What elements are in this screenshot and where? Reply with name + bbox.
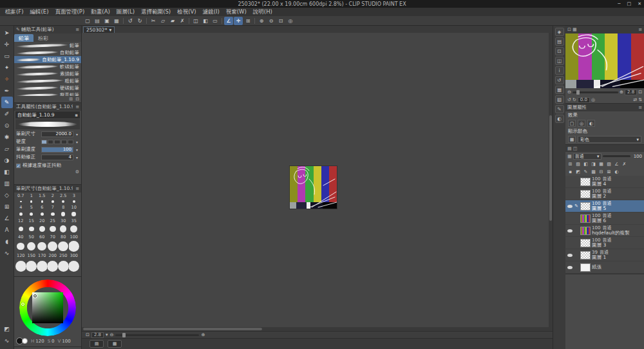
navigator-zoom-slider[interactable] — [573, 91, 618, 93]
menu-item[interactable]: 動畫(A) — [88, 8, 113, 16]
vertical-scrollbar-thumb[interactable] — [549, 115, 552, 222]
brush-size-option[interactable]: 25 — [48, 218, 59, 234]
zoom-in-icon[interactable]: ⊕ — [201, 332, 205, 337]
tool-button[interactable]: ◧ — [1, 166, 13, 178]
tool-button[interactable]: ∿ — [1, 335, 13, 346]
toolbar-button[interactable] — [220, 17, 223, 25]
brush-size-option[interactable]: 35 — [69, 218, 80, 234]
vertical-scrollbar[interactable] — [549, 33, 553, 327]
brush-size-option[interactable]: 1 — [26, 193, 37, 205]
delete-sub-tool-icon[interactable]: ⊟ — [75, 97, 79, 102]
brush-size-option[interactable]: 150 — [26, 253, 37, 274]
brush-size-option[interactable]: 12 — [15, 218, 26, 234]
spinner-icon[interactable]: ▾ — [75, 147, 79, 152]
brush-size-option[interactable]: 30 — [58, 218, 69, 234]
checkbox-checked[interactable]: ✓ — [16, 164, 21, 168]
layer-toolbar-icon[interactable]: ▨ — [605, 161, 612, 168]
toolbar-button[interactable]: ⊖ — [267, 17, 276, 25]
zoom-value[interactable]: 2.8 — [91, 332, 104, 338]
flip-horizontal-icon[interactable]: ⇄ — [633, 97, 637, 102]
toolbar-button[interactable]: ▣ — [102, 17, 111, 25]
menu-item[interactable]: 選擇範圍(S) — [138, 8, 174, 16]
layer-row[interactable]: 紙張 — [565, 261, 644, 274]
zoom-slider[interactable] — [115, 334, 199, 336]
reset-rotation-icon[interactable]: ◎ — [591, 97, 595, 102]
menu-item[interactable]: 說明(H) — [250, 8, 276, 16]
toolbar-button[interactable]: ▱ — [158, 17, 167, 25]
brush-size-option[interactable]: 40 — [15, 234, 26, 253]
layer-row[interactable]: 100 普通 圖層 2 — [565, 188, 644, 200]
menu-item[interactable]: 檔案(F) — [2, 8, 27, 16]
brush-item[interactable]: 自動鉛筆 — [14, 49, 81, 56]
layer-toolbar-icon[interactable]: ⊞ — [567, 161, 574, 168]
layer-toolbar-icon[interactable]: ◧ — [582, 161, 589, 168]
layer-toolbar-icon[interactable]: ▪ — [567, 169, 574, 176]
toolbar-button[interactable] — [253, 17, 256, 25]
layer-toolbar-icon[interactable]: ◩ — [574, 169, 582, 176]
tool-button[interactable]: ∠ — [1, 212, 13, 224]
brush-size-option[interactable]: 250 — [58, 253, 69, 274]
sub-color-swatch[interactable] — [22, 338, 28, 344]
brush-size-option[interactable]: 50 — [26, 234, 37, 253]
brush-size-option[interactable]: 200 — [48, 253, 59, 274]
panel-toggle-icon[interactable]: ◐ — [555, 115, 564, 123]
brush-size-option[interactable]: 300 — [69, 253, 80, 274]
brush-size-option[interactable]: 7 — [48, 205, 59, 218]
toolbar-button[interactable] — [145, 17, 148, 25]
layer-row[interactable]: 100 普通 hqdefault的複製 — [565, 225, 644, 237]
panel-toggle-icon[interactable]: ⊡ — [555, 47, 564, 55]
tool-button[interactable]: ◑ — [1, 155, 13, 166]
tool-button[interactable]: ➤ — [1, 27, 13, 39]
navigator-zoom-knob[interactable] — [576, 90, 580, 95]
tool-button[interactable]: ◖ — [1, 236, 13, 247]
toolbar-button[interactable]: ◫ — [191, 17, 200, 25]
panel-toggle-icon[interactable]: i — [555, 66, 564, 75]
add-sub-tool-icon[interactable]: ⊞ — [69, 97, 73, 102]
palette-icon[interactable]: ▦ — [568, 136, 576, 143]
rotate-cw-icon[interactable]: ↻ — [573, 97, 576, 102]
toolbar-button[interactable]: ↻ — [135, 17, 144, 25]
toolbar-button[interactable] — [122, 17, 125, 25]
layer-row[interactable]: ✎ 100 普通 圖層 5 — [565, 200, 644, 212]
menu-item[interactable]: 濾鏡(I) — [200, 8, 223, 16]
tool-button[interactable]: ▱ — [1, 143, 13, 155]
toolbar-button[interactable]: ⊕ — [257, 17, 266, 25]
brush-item[interactable]: 硬碳鉛筆 — [14, 84, 81, 91]
fit-icon[interactable]: ⊡ — [86, 332, 90, 337]
tool-button[interactable]: ▥ — [1, 178, 13, 189]
hardness-slider[interactable] — [41, 140, 73, 144]
zoom-slider-knob[interactable] — [122, 333, 126, 337]
toolbar-button[interactable] — [187, 17, 191, 25]
toolbar-button[interactable]: ◎ — [286, 17, 295, 25]
layer-toolbar-icon[interactable]: ⊟ — [598, 169, 605, 176]
layer-panel-tab-icon[interactable]: ▤ — [567, 146, 572, 151]
zoom-out-icon[interactable]: ⊖ — [567, 90, 571, 95]
fit-icon[interactable]: ⊡ — [638, 90, 642, 95]
color-wheel[interactable] — [19, 279, 76, 336]
layer-visibility-toggle[interactable] — [567, 228, 573, 234]
layer-toolbar-icon[interactable]: ✗ — [621, 161, 628, 168]
brush-size-option[interactable]: 1.5 — [37, 193, 48, 205]
saturation-value-square[interactable] — [32, 292, 63, 323]
layer-visibility-toggle[interactable] — [567, 191, 573, 197]
tool-button[interactable]: ⊞ — [1, 201, 13, 212]
toolbar-button[interactable]: ⊞ — [243, 17, 252, 25]
layer-toolbar-icon[interactable]: ◨ — [590, 161, 597, 168]
toolbar-button[interactable]: ∠ — [224, 17, 233, 25]
zoom-caret-icon[interactable]: ▾ — [106, 332, 108, 337]
tool-button[interactable]: ✧ — [1, 73, 13, 85]
toolbar-button[interactable]: ▦ — [112, 17, 121, 25]
menu-item[interactable]: 頁面管理(P) — [52, 8, 88, 16]
panel-menu-icon[interactable]: ≡ — [638, 105, 642, 110]
layer-toolbar-icon[interactable]: ⊠ — [605, 169, 612, 176]
brush-item[interactable]: 鉛筆 — [14, 42, 81, 49]
spinner-icon[interactable]: ▾ — [75, 132, 79, 137]
panel-toggle-icon[interactable]: ✎ — [555, 105, 564, 113]
effect-icon[interactable]: ▢ — [568, 120, 576, 127]
blend-mode-select[interactable]: 普通 ▾ — [573, 153, 601, 160]
toolbar-button[interactable]: ▭ — [211, 17, 220, 25]
toolbar-button[interactable]: ✂ — [149, 17, 158, 25]
tool-button[interactable]: ▭ — [1, 50, 13, 62]
toolbar-button[interactable]: ▢ — [83, 17, 92, 25]
navigator-preview[interactable] — [565, 33, 644, 88]
